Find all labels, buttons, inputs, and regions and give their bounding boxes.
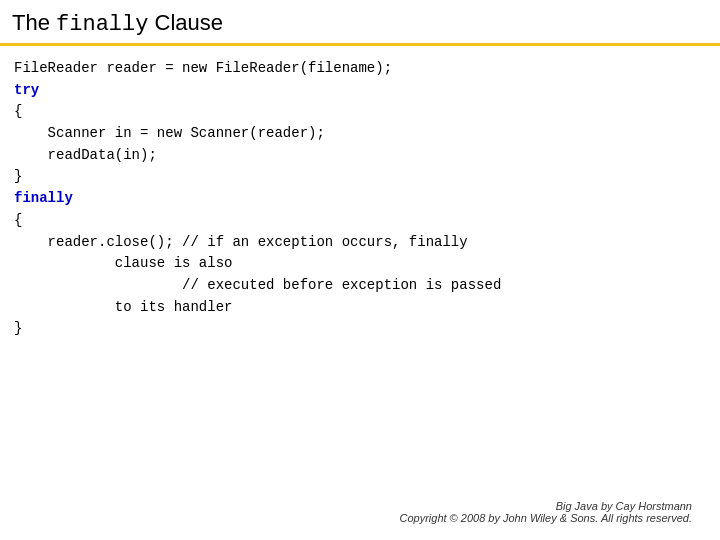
code-line-1: FileReader reader = new FileReader(filen… [14, 60, 392, 76]
page-title: The finally Clause [12, 10, 223, 35]
code-block: FileReader reader = new FileReader(filen… [14, 58, 706, 340]
code-keyword-finally: finally [14, 190, 73, 206]
title-prefix: The [12, 10, 56, 35]
book-title: Big Java by Cay Horstmann [556, 500, 692, 512]
footer-line1: Big Java by Cay Horstmann [28, 500, 692, 512]
footer-line2: Copyright © 2008 by John Wiley & Sons. A… [28, 512, 692, 524]
page-container: The finally Clause FileReader reader = n… [0, 0, 720, 540]
title-mono: finally [56, 12, 148, 37]
title-suffix: Clause [148, 10, 223, 35]
code-line-2: { Scanner in = new Scanner(reader); read… [14, 103, 325, 184]
code-line-3: { reader.close(); // if an exception occ… [14, 212, 501, 336]
content-area: FileReader reader = new FileReader(filen… [0, 46, 720, 540]
code-keyword-try: try [14, 82, 39, 98]
footer: Big Java by Cay Horstmann Copyright © 20… [14, 494, 706, 532]
title-bar: The finally Clause [0, 0, 720, 46]
